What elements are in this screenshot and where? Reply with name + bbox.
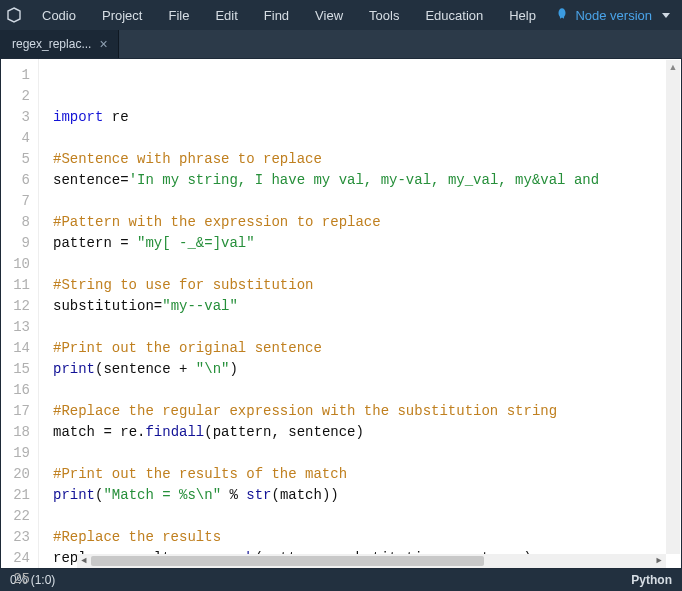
line-number: 17 [5, 401, 30, 422]
app-logo-icon [4, 5, 24, 25]
line-number: 23 [5, 527, 30, 548]
code-line: #String to use for substitution [53, 275, 681, 296]
code-line: substitution="my--val" [53, 296, 681, 317]
line-number: 25 [5, 569, 30, 590]
scroll-left-icon[interactable]: ◄ [77, 554, 91, 568]
scroll-right-icon[interactable]: ► [652, 554, 666, 568]
line-number: 7 [5, 191, 30, 212]
code-line: #Replace the regular expression with the… [53, 401, 681, 422]
code-line: #Sentence with phrase to replace [53, 149, 681, 170]
line-number: 14 [5, 338, 30, 359]
line-number-gutter: 1234567891011121314151617181920212223242… [1, 59, 39, 568]
code-line: print("Match = %s\n" % str(match)) [53, 485, 681, 506]
menu-tools[interactable]: Tools [357, 4, 411, 27]
line-number: 3 [5, 107, 30, 128]
line-number: 18 [5, 422, 30, 443]
code-line [53, 191, 681, 212]
code-line [53, 317, 681, 338]
menu-codio[interactable]: Codio [30, 4, 88, 27]
node-version-label: Node version [575, 8, 652, 23]
line-number: 2 [5, 86, 30, 107]
menu-find[interactable]: Find [252, 4, 301, 27]
code-line: #Print out the original sentence [53, 338, 681, 359]
caret-down-icon [662, 13, 670, 18]
scrollbar-thumb[interactable] [91, 556, 484, 566]
line-number: 21 [5, 485, 30, 506]
menu-education[interactable]: Education [413, 4, 495, 27]
node-version-selector[interactable]: Node version [555, 7, 678, 24]
line-number: 19 [5, 443, 30, 464]
vertical-scrollbar[interactable]: ▲ [666, 60, 680, 554]
code-line: pattern = "my[ -_&=]val" [53, 233, 681, 254]
menu-help[interactable]: Help [497, 4, 548, 27]
line-number: 5 [5, 149, 30, 170]
scroll-up-icon[interactable]: ▲ [666, 60, 680, 74]
code-line: import re [53, 107, 681, 128]
line-number: 1 [5, 65, 30, 86]
menu-view[interactable]: View [303, 4, 355, 27]
statusbar: 0% (1:0) Python [0, 569, 682, 591]
line-number: 15 [5, 359, 30, 380]
line-number: 9 [5, 233, 30, 254]
code-line: print(sentence + "\n") [53, 359, 681, 380]
menu-file[interactable]: File [156, 4, 201, 27]
rocket-icon [555, 7, 569, 24]
tab-label: regex_replac... [12, 37, 91, 51]
code-line [53, 506, 681, 527]
menubar: Codio Project File Edit Find View Tools … [0, 0, 682, 30]
code-line: match = re.findall(pattern, sentence) [53, 422, 681, 443]
code-line: #Print out the results of the match [53, 464, 681, 485]
line-number: 12 [5, 296, 30, 317]
line-number: 13 [5, 317, 30, 338]
line-number: 6 [5, 170, 30, 191]
code-line [53, 380, 681, 401]
menu-project[interactable]: Project [90, 4, 154, 27]
line-number: 16 [5, 380, 30, 401]
tabbar: regex_replac... × [0, 30, 682, 58]
line-number: 24 [5, 548, 30, 569]
code-line [53, 128, 681, 149]
code-line [53, 443, 681, 464]
tab-regex-replace[interactable]: regex_replac... × [0, 30, 119, 58]
close-icon[interactable]: × [99, 37, 107, 51]
language-mode[interactable]: Python [631, 573, 672, 587]
scrollbar-track[interactable] [91, 554, 652, 568]
code-line: #Pattern with the expression to replace [53, 212, 681, 233]
line-number: 4 [5, 128, 30, 149]
line-number: 20 [5, 464, 30, 485]
line-number: 8 [5, 212, 30, 233]
editor: 1234567891011121314151617181920212223242… [0, 58, 682, 569]
line-number: 10 [5, 254, 30, 275]
code-line: sentence='In my string, I have my val, m… [53, 170, 681, 191]
menu-edit[interactable]: Edit [203, 4, 249, 27]
line-number: 22 [5, 506, 30, 527]
code-area[interactable]: import re #Sentence with phrase to repla… [39, 59, 681, 568]
line-number: 11 [5, 275, 30, 296]
horizontal-scrollbar[interactable]: ◄ ► [77, 554, 666, 568]
code-line: #Replace the results [53, 527, 681, 548]
code-line [53, 254, 681, 275]
